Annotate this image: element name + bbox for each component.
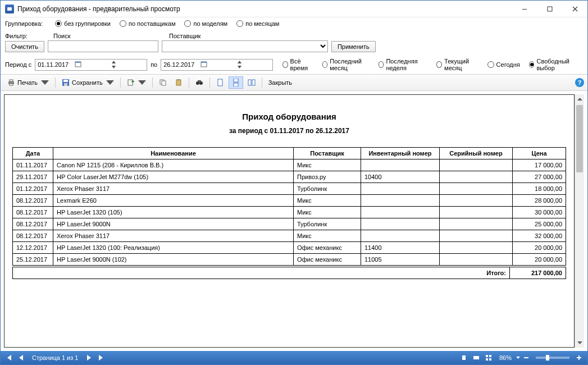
calendar-icon[interactable] (200, 61, 235, 69)
supplier-select[interactable] (162, 40, 328, 52)
cell-supplier: Офис механикс (294, 242, 361, 254)
cell-date: 12.12.2017 (13, 242, 53, 254)
printer-icon (7, 79, 15, 86)
nav-prev-button[interactable] (15, 352, 28, 363)
svg-rect-23 (234, 83, 238, 86)
zoom-fitwidth-button[interactable] (470, 352, 482, 363)
period-currentmonth-label: Текущий месяц (444, 58, 478, 71)
date-from-down[interactable] (111, 65, 117, 70)
cell-price: 17 000,00 (513, 159, 566, 171)
period-today-label: Сегодня (496, 61, 520, 68)
view-singlepage-button[interactable] (213, 76, 227, 89)
cell-supplier: Микс (294, 230, 361, 242)
grouping-label: Группировка: (5, 20, 43, 27)
zoom-slider-thumb[interactable] (546, 355, 549, 361)
app-icon (5, 4, 14, 13)
filter-controls-row: Очистить Применить (1, 39, 587, 55)
svg-rect-1 (522, 9, 527, 10)
vertical-scrollbar[interactable] (575, 94, 584, 348)
clear-button[interactable]: Очистить (5, 41, 44, 52)
table-row: 12.12.2017HP LaserJet 1320 (100: Реализа… (13, 242, 566, 254)
group-none-radio[interactable]: без группировки (55, 20, 111, 27)
cell-price: 28 000,00 (513, 195, 566, 207)
period-lastweek-label: Последняя неделя (386, 58, 427, 71)
cell-date: 08.12.2017 (13, 230, 53, 242)
group-model-radio[interactable]: по моделям (184, 20, 227, 27)
zoom-multi-button[interactable] (482, 352, 495, 363)
find-button[interactable] (192, 76, 207, 89)
help-button[interactable]: ? (575, 78, 584, 87)
scroll-track[interactable] (575, 104, 584, 338)
table-row: 29.11.2017HP Color LaserJet M277dw (105)… (13, 171, 566, 183)
table-row: 08.12.2017Lexmark E260Микс28 000,00 (13, 195, 566, 207)
zoom-in-button[interactable] (573, 352, 585, 363)
search-input[interactable] (48, 40, 158, 52)
svg-rect-9 (10, 84, 13, 85)
svg-rect-29 (489, 355, 491, 357)
close-preview-button[interactable]: Закрыть (265, 77, 295, 88)
nav-next-button[interactable] (83, 352, 95, 363)
group-month-radio[interactable]: по месяцам (236, 20, 279, 27)
date-from-value: 01.11.2017 (38, 61, 72, 68)
scroll-thumb[interactable] (576, 105, 583, 172)
maximize-button[interactable] (537, 1, 562, 17)
chevron-down-icon[interactable] (516, 357, 520, 359)
svg-rect-27 (473, 356, 479, 359)
total-row: Итого: 217 000,00 (12, 267, 566, 279)
zoom-slider[interactable] (536, 357, 569, 359)
period-lastweek-radio[interactable]: Последняя неделя (379, 58, 428, 71)
period-lastmonth-radio[interactable]: Последний месяц (322, 58, 370, 71)
date-from-up[interactable] (111, 60, 117, 65)
paste-button[interactable] (171, 76, 186, 89)
svg-rect-25 (252, 80, 255, 85)
period-all-radio[interactable]: Всё время (282, 58, 313, 71)
separator (120, 77, 121, 88)
scroll-down-button[interactable] (575, 338, 584, 348)
cell-serial (440, 230, 513, 242)
period-to-label: по (151, 61, 157, 68)
date-from-field[interactable]: 01.11.2017 (35, 59, 147, 71)
cell-date: 01.11.2017 (13, 159, 53, 171)
grouping-row: Группировка: без группировки по поставщи… (1, 17, 587, 30)
print-button[interactable]: Печать (4, 76, 52, 89)
cell-serial (440, 218, 513, 230)
copy-button[interactable] (156, 76, 170, 89)
scroll-up-button[interactable] (575, 94, 584, 104)
date-to-up[interactable] (236, 60, 243, 65)
period-free-radio[interactable]: Свободный выбор (529, 58, 577, 71)
view-multipage-button[interactable] (244, 76, 259, 89)
zoom-value: 86% (499, 354, 512, 361)
calendar-icon[interactable] (75, 61, 110, 69)
group-supplier-radio[interactable]: по поставщикам (120, 20, 176, 27)
svg-rect-8 (10, 80, 13, 81)
separator (55, 77, 56, 88)
svg-rect-20 (198, 80, 201, 82)
cell-serial (440, 195, 513, 207)
zoom-fitpage-button[interactable] (458, 352, 470, 363)
minimize-button[interactable] (512, 1, 537, 17)
col-serial: Серийный номер (440, 148, 513, 159)
period-all-label: Всё время (290, 58, 313, 71)
date-to-field[interactable]: 26.12.2017 (161, 59, 273, 71)
zoom-out-button[interactable] (520, 352, 532, 363)
group-month-label: по месяцам (245, 20, 279, 27)
cell-serial (440, 159, 513, 171)
period-row: Период с 01.11.2017 по 26.12.2017 Всё вр… (1, 55, 587, 74)
period-today-radio[interactable]: Сегодня (487, 61, 520, 68)
chevron-down-icon (41, 79, 49, 86)
apply-button[interactable]: Применить (331, 41, 376, 52)
export-button[interactable] (124, 76, 149, 89)
nav-first-button[interactable] (3, 352, 15, 363)
nav-last-button[interactable] (95, 352, 107, 363)
titlebar: Приход оборудования - предварительный пр… (1, 1, 587, 17)
svg-rect-12 (64, 83, 67, 86)
separator (209, 77, 210, 88)
view-continuous-button[interactable] (229, 76, 243, 89)
period-currentmonth-radio[interactable]: Текущий месяц (436, 58, 478, 71)
date-to-down[interactable] (236, 65, 243, 70)
save-button[interactable]: Сохранить (58, 76, 117, 89)
clipboard-icon (175, 79, 183, 86)
cell-serial (440, 242, 513, 254)
close-button[interactable] (562, 1, 587, 17)
page-indicator: Страница 1 из 1 (32, 354, 78, 361)
